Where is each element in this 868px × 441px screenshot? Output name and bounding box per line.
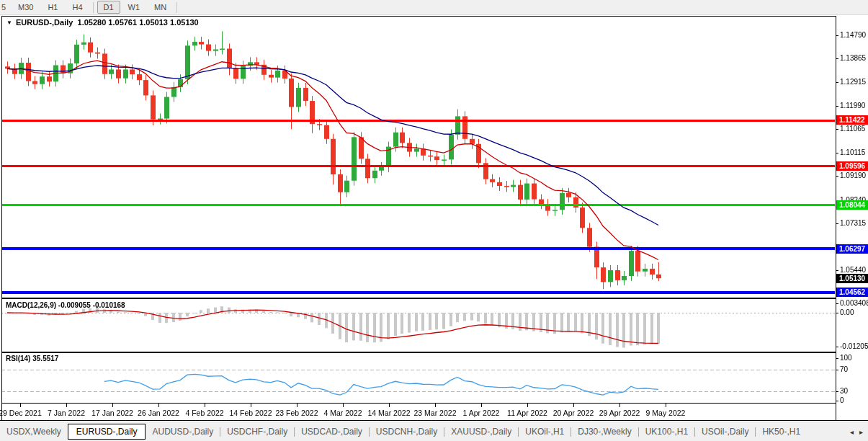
rsi-label: RSI(14) bbox=[6, 355, 30, 362]
tab-eurusd-daily[interactable]: EURUSD-,Daily bbox=[68, 424, 146, 440]
timeframe-button-M30[interactable]: M30 bbox=[12, 1, 40, 14]
timeframe-toolbar: 5M30H1H4D1W1MN bbox=[0, 0, 868, 15]
rsi-value: 35.5517 bbox=[32, 355, 58, 362]
date-tick-label: 14 Feb 2022 bbox=[230, 409, 272, 417]
date-tick-label: 7 Jan 2022 bbox=[48, 409, 85, 417]
date-tick-label: 14 Mar 2022 bbox=[368, 409, 411, 417]
price-tick-label: 1.14790 bbox=[840, 31, 866, 39]
price-badge: 1.05130 bbox=[836, 274, 868, 283]
macd-panel-label: MACD(12,26,9) -0.009055 -0.010168 bbox=[6, 301, 125, 309]
date-tick-label: 1 Apr 2022 bbox=[463, 409, 500, 417]
rsi-panel-label: RSI(14) 35.5517 bbox=[6, 355, 58, 362]
date-tick-label: 4 Feb 2022 bbox=[185, 409, 223, 417]
tab-scroll-arrows: ◂▸ bbox=[850, 428, 868, 436]
chart-title: ▼EURUSD-,Daily 1.05280 1.05761 1.05013 1… bbox=[6, 18, 199, 27]
rsi-tick-label: 30 bbox=[840, 387, 848, 395]
timeframe-button-W1[interactable]: W1 bbox=[122, 1, 147, 14]
macd-tick-label: 0.00 bbox=[840, 308, 854, 316]
date-tick-label: 29 Dec 2021 bbox=[0, 409, 42, 417]
price-tick-label: 1.09190 bbox=[840, 172, 866, 179]
date-tick-label: 11 Apr 2022 bbox=[507, 409, 547, 417]
symbol-dropdown-icon[interactable]: ▼ bbox=[6, 19, 12, 26]
price-tick-label: 1.11065 bbox=[840, 125, 865, 133]
price-tick-label: 1.10115 bbox=[840, 148, 865, 156]
timeframe-button-H1[interactable]: H1 bbox=[41, 1, 64, 14]
chart-area: ▼EURUSD-,Daily 1.05280 1.05761 1.05013 1… bbox=[0, 0, 868, 441]
rsi-tick-label: 100 bbox=[840, 354, 852, 362]
date-tick-label: 4 Mar 2022 bbox=[323, 409, 362, 417]
tab-usdcad-daily[interactable]: USDCAD-,Daily bbox=[295, 424, 369, 439]
macd-tick-label: 0.003408 bbox=[840, 299, 868, 307]
price-tick-label: 1.13865 bbox=[840, 54, 866, 62]
timeframe-button-H4[interactable]: H4 bbox=[66, 1, 89, 14]
tab-xauusd-daily[interactable]: XAUUSD-,Daily bbox=[444, 424, 518, 439]
tab-usdcnh-daily[interactable]: USDCNH-,Daily bbox=[370, 424, 444, 439]
tab-uk100-h1[interactable]: UK100-,H1 bbox=[639, 424, 694, 439]
tab-usoil-daily[interactable]: USOil-,Daily bbox=[695, 424, 755, 439]
date-tick-label: 23 Feb 2022 bbox=[276, 409, 318, 417]
toolbar-separator bbox=[176, 2, 177, 13]
tab-hk50-h1[interactable]: HK50-,H1 bbox=[756, 424, 807, 439]
symbol-tabbar: USDX,WeeklyEURUSD-,DailyAUDUSD-,DailyUSD… bbox=[0, 422, 868, 441]
tab-scroll-left-icon[interactable]: ◂ bbox=[850, 428, 854, 436]
tab-dj30-weekly[interactable]: DJ30-,Weekly bbox=[571, 424, 637, 439]
tab-scroll-right-icon[interactable]: ▸ bbox=[859, 428, 863, 436]
rsi-tick-label: 0 bbox=[840, 396, 844, 404]
price-badge: 1.06297 bbox=[836, 244, 868, 254]
date-tick-label: 26 Jan 2022 bbox=[138, 409, 179, 417]
date-tick-label: 20 Apr 2022 bbox=[553, 409, 594, 417]
price-chart-canvas[interactable] bbox=[0, 0, 868, 441]
date-tick-label: 23 Mar 2022 bbox=[414, 409, 457, 417]
price-badge: 1.11422 bbox=[836, 115, 868, 125]
macd-values: -0.009055 -0.010168 bbox=[58, 301, 125, 309]
chart-title-ohlc: 1.05280 1.05761 1.05013 1.05130 bbox=[78, 18, 199, 27]
price-tick-label: 1.11990 bbox=[840, 102, 865, 110]
tab-usdchf-daily[interactable]: USDCHF-,Daily bbox=[220, 424, 294, 439]
date-tick-label: 9 May 2022 bbox=[646, 409, 686, 417]
tab-audusd-daily[interactable]: AUDUSD-,Daily bbox=[146, 424, 220, 439]
timeframe-button-MN[interactable]: MN bbox=[148, 1, 173, 14]
date-tick-label: 17 Jan 2022 bbox=[91, 409, 133, 417]
timeframe-button-D1[interactable]: D1 bbox=[97, 1, 120, 14]
date-tick-label: 29 Apr 2022 bbox=[599, 409, 640, 417]
tab-ukoil-h1[interactable]: UKOil-,H1 bbox=[519, 424, 571, 439]
price-badge: 1.04562 bbox=[836, 288, 868, 297]
price-tick-label: 1.12915 bbox=[840, 78, 866, 86]
toolbar-separator bbox=[93, 2, 94, 13]
price-badge: 1.08044 bbox=[836, 200, 868, 210]
price-tick-label: 1.07315 bbox=[840, 219, 866, 227]
price-badge: 1.09596 bbox=[836, 161, 868, 171]
tab-usdx-weekly[interactable]: USDX,Weekly bbox=[0, 424, 68, 439]
chart-title-symbol: EURUSD-,Daily bbox=[16, 18, 73, 27]
rsi-tick-label: 70 bbox=[840, 365, 848, 373]
timeframe-button-5[interactable]: 5 bbox=[1, 1, 10, 14]
macd-tick-label: -0.01205 bbox=[840, 342, 868, 350]
macd-label: MACD(12,26,9) bbox=[6, 301, 56, 309]
